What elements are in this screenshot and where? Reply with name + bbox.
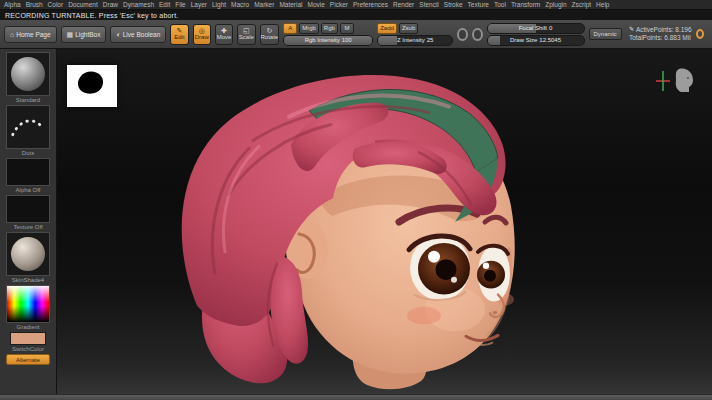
rotate-icon: ↻ bbox=[266, 27, 272, 34]
character-model bbox=[57, 49, 712, 394]
material-thumbnail[interactable] bbox=[6, 232, 50, 276]
scale-mode-button[interactable]: ◱ Scale bbox=[237, 24, 255, 45]
menu-item-edit[interactable]: Edit bbox=[159, 1, 170, 8]
rgb-intensity-value: 100 bbox=[342, 37, 352, 43]
dots-stroke-icon bbox=[7, 105, 49, 149]
z-intensity-value: 25 bbox=[427, 37, 434, 43]
bottom-strip bbox=[0, 394, 712, 400]
rgb-toggle[interactable]: Rgb bbox=[321, 23, 338, 34]
menu-item-render[interactable]: Render bbox=[393, 1, 414, 8]
menu-item-stroke[interactable]: Stroke bbox=[444, 1, 463, 8]
menu-item-material[interactable]: Material bbox=[279, 1, 302, 8]
draw-mode-button[interactable]: ◎ Draw bbox=[193, 24, 211, 45]
alpha-thumbnail[interactable] bbox=[6, 158, 50, 186]
menu-item-zplugin[interactable]: Zplugin bbox=[545, 1, 566, 8]
rotate-mode-button[interactable]: ↻ Rotate bbox=[260, 24, 280, 45]
menu-item-alpha[interactable]: Alpha bbox=[4, 1, 21, 8]
focal-shift-label: Focal Shift bbox=[519, 25, 547, 31]
mrgb-toggle[interactable]: Mrgb bbox=[299, 23, 319, 34]
nostril bbox=[493, 311, 498, 314]
rgb-intensity-slider[interactable]: Rgb Intensity 100 bbox=[283, 35, 373, 46]
zsub-toggle[interactable]: Zsub bbox=[399, 23, 418, 34]
move-icon: ✚ bbox=[221, 27, 227, 34]
menu-item-zscript[interactable]: Zscript bbox=[572, 1, 592, 8]
active-points-text: ActivePoints: 8.196 bbox=[636, 26, 692, 34]
lightbox-button[interactable]: ▦ LightBox bbox=[61, 26, 107, 43]
viewport-canvas[interactable] bbox=[57, 49, 712, 394]
menu-item-dynamesh[interactable]: Dynamesh bbox=[123, 1, 154, 8]
circle-icon-2[interactable] bbox=[472, 28, 483, 41]
live-boolean-button[interactable]: ◐ Live Boolean bbox=[110, 26, 166, 43]
menu-item-color[interactable]: Color bbox=[48, 1, 64, 8]
menu-item-draw[interactable]: Draw bbox=[103, 1, 118, 8]
stroke-label: Dots bbox=[22, 150, 34, 156]
move-mode-button[interactable]: ✚ Move bbox=[215, 24, 233, 45]
texture-thumbnail[interactable] bbox=[6, 195, 50, 223]
menu-item-preferences[interactable]: Preferences bbox=[353, 1, 388, 8]
material-label: SkinShade4 bbox=[12, 277, 44, 283]
total-points-text: TotalPoints: 6.883 Mil bbox=[629, 34, 691, 42]
shelf-right-circle-icon[interactable] bbox=[696, 29, 704, 39]
lightbox-label: LightBox bbox=[75, 31, 100, 38]
zadd-toggle[interactable]: Zadd bbox=[377, 23, 397, 34]
menu-bar: Alpha Brush Color Document Draw Dynamesh… bbox=[0, 0, 712, 10]
menu-item-brush[interactable]: Brush bbox=[26, 1, 43, 8]
menu-item-picker[interactable]: Picker bbox=[330, 1, 348, 8]
focal-shift-slider[interactable]: Focal Shift 0 bbox=[487, 23, 585, 34]
z-intensity-slider[interactable]: Z Intensity 25 bbox=[377, 35, 453, 46]
menu-item-macro[interactable]: Macro bbox=[231, 1, 249, 8]
color-picker[interactable] bbox=[6, 285, 50, 323]
sculpt-group: Zadd Zsub Z Intensity 25 bbox=[377, 23, 453, 46]
menu-item-help[interactable]: Help bbox=[596, 1, 609, 8]
size-group: Focal Shift 0 Draw Size 12.5045 bbox=[487, 23, 585, 46]
z-intensity-fill bbox=[378, 36, 397, 45]
paint-mode-a-toggle[interactable]: A bbox=[283, 23, 297, 34]
draw-mode-label: Draw bbox=[195, 34, 209, 40]
alpha-selector[interactable]: Alpha Off bbox=[6, 158, 50, 193]
stroke-thumbnail[interactable] bbox=[6, 105, 50, 149]
menu-item-marker[interactable]: Marker bbox=[254, 1, 274, 8]
menu-item-texture[interactable]: Texture bbox=[468, 1, 489, 8]
home-page-label: Home Page bbox=[16, 31, 50, 38]
move-mode-label: Move bbox=[217, 34, 232, 40]
texture-label: Texture Off bbox=[13, 224, 42, 230]
menu-item-light[interactable]: Light bbox=[212, 1, 226, 8]
brush-label: Standard bbox=[16, 97, 40, 103]
menu-item-tool[interactable]: Tool bbox=[494, 1, 506, 8]
m-toggle[interactable]: M bbox=[340, 23, 354, 34]
alternate-button[interactable]: Alternate bbox=[6, 354, 50, 365]
scale-mode-label: Scale bbox=[239, 34, 254, 40]
menu-item-document[interactable]: Document bbox=[68, 1, 98, 8]
stroke-selector[interactable]: Dots bbox=[6, 105, 50, 156]
brush-thumbnail[interactable] bbox=[6, 52, 50, 96]
alpha-blob-icon bbox=[67, 65, 117, 107]
material-selector[interactable]: SkinShade4 bbox=[6, 232, 50, 283]
main-area: Standard Dots Alpha Off Texture Off bbox=[0, 49, 712, 394]
home-page-button[interactable]: ⌂ Home Page bbox=[4, 26, 57, 43]
switch-color-item[interactable]: SwitchColor bbox=[10, 332, 46, 352]
menu-item-transform[interactable]: Transform bbox=[511, 1, 540, 8]
points-stats: ✎ ActivePoints: 8.196 TotalPoints: 6.883… bbox=[629, 26, 692, 43]
recording-status-text: RECORDING TURNTABLE. Press 'Esc' key to … bbox=[5, 12, 178, 19]
brush-selector[interactable]: Standard bbox=[6, 52, 50, 103]
scale-icon: ◱ bbox=[243, 27, 250, 34]
menu-item-file[interactable]: File bbox=[175, 1, 185, 8]
boolean-icon: ◐ bbox=[116, 31, 120, 38]
dynamic-size-button[interactable]: Dynamic bbox=[589, 28, 622, 40]
circle-icon-1[interactable] bbox=[457, 28, 468, 41]
texture-selector[interactable]: Texture Off bbox=[6, 195, 50, 230]
draw-size-fill bbox=[488, 36, 500, 45]
left-tray: Standard Dots Alpha Off Texture Off bbox=[0, 49, 57, 394]
live-boolean-label: Live Boolean bbox=[123, 31, 161, 38]
menu-item-movie[interactable]: Movie bbox=[308, 1, 325, 8]
draw-size-slider[interactable]: Draw Size 12.5045 bbox=[487, 35, 585, 46]
draw-size-value: 12.5045 bbox=[539, 37, 561, 43]
edit-mode-label: Edit bbox=[174, 34, 184, 40]
alpha-preview-box bbox=[67, 65, 117, 107]
recording-status-bar: RECORDING TURNTABLE. Press 'Esc' key to … bbox=[0, 10, 712, 20]
menu-item-stencil[interactable]: Stencil bbox=[419, 1, 439, 8]
color-picker-item[interactable]: Gradient bbox=[6, 285, 50, 330]
menu-item-layer[interactable]: Layer bbox=[191, 1, 207, 8]
edit-mode-button[interactable]: ✎ Edit bbox=[170, 24, 188, 45]
current-color-swatch[interactable] bbox=[10, 332, 46, 345]
